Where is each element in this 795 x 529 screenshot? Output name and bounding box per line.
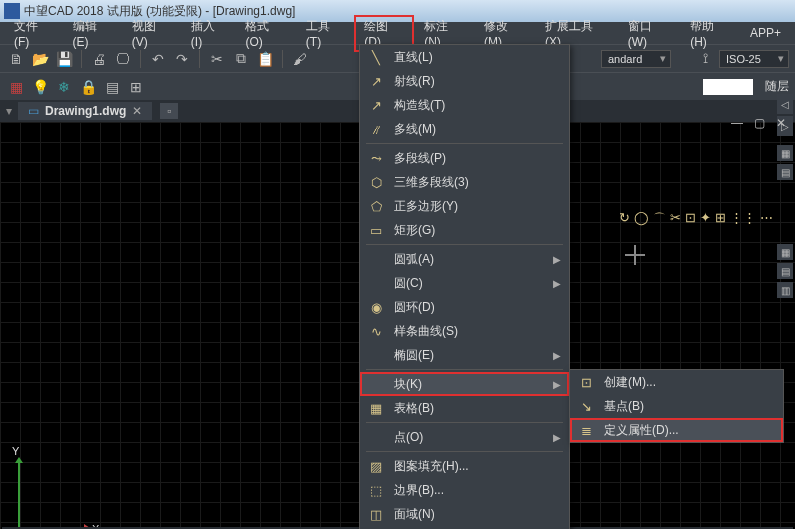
trim-icon[interactable]: ✂	[670, 210, 681, 228]
submenu-create[interactable]: ⊡创建(M)...	[570, 370, 783, 394]
freeze-icon[interactable]: ❄	[54, 77, 74, 97]
menu-app[interactable]: APP+	[740, 23, 791, 43]
spline-icon: ∿	[368, 323, 384, 339]
polygon-icon: ⬠	[368, 198, 384, 214]
menu-insert[interactable]: 插入(I)	[181, 15, 236, 52]
menu-ellipse[interactable]: 椭圆(E)▶	[360, 343, 569, 367]
copy-icon[interactable]: ⧉	[231, 49, 251, 69]
menu-arc[interactable]: 圆弧(A)▶	[360, 247, 569, 271]
save-icon[interactable]: 💾	[54, 49, 74, 69]
pline3d-icon: ⬡	[368, 174, 384, 190]
panel-left-icon[interactable]: ◁	[777, 94, 793, 114]
menu-donut[interactable]: ◉圆环(D)	[360, 295, 569, 319]
misc-icon-2[interactable]: ✦	[700, 210, 711, 228]
right-tool-palette-1: ▦ ▤	[777, 145, 793, 180]
menu-pline[interactable]: ⤳多段线(P)	[360, 146, 569, 170]
iso-dropdown[interactable]: ISO-25	[719, 50, 789, 68]
menu-rect[interactable]: ▭矩形(G)	[360, 218, 569, 242]
menu-mline[interactable]: ⫽多线(M)	[360, 117, 569, 141]
menu-file[interactable]: 文件(F)	[4, 15, 63, 52]
dwg-icon: ▭	[28, 104, 39, 118]
pline-icon: ⤳	[368, 150, 384, 166]
arc-tool-icon[interactable]: ⌒	[653, 210, 666, 228]
menu-ray[interactable]: ↗射线(R)	[360, 69, 569, 93]
rotate-icon[interactable]: ↻	[619, 210, 630, 228]
palette2-icon-1[interactable]: ▦	[777, 244, 793, 260]
hatch-icon: ▨	[368, 458, 384, 474]
viewport-controls: — ▢ ✕	[729, 116, 789, 130]
array-icon[interactable]: ⋮⋮	[730, 210, 756, 228]
paste-icon[interactable]: 📋	[255, 49, 275, 69]
menu-tool[interactable]: 工具(T)	[296, 15, 355, 52]
right-tool-palette-2: ▦ ▤ ▥	[777, 244, 793, 298]
menu-table[interactable]: ▦表格(B)	[360, 396, 569, 420]
palette-icon-1[interactable]: ▦	[777, 145, 793, 161]
menu-pline3d[interactable]: ⬡三维多段线(3)	[360, 170, 569, 194]
restore-icon[interactable]: ▢	[751, 116, 767, 130]
style-dropdown[interactable]: andard	[601, 50, 671, 68]
axis-y	[18, 459, 20, 529]
lock-icon[interactable]: 🔒	[78, 77, 98, 97]
circle-tool-icon[interactable]: ◯	[634, 210, 649, 228]
layer-icon[interactable]: ▦	[6, 77, 26, 97]
base-icon: ↘	[578, 398, 594, 414]
tab-new-icon[interactable]: ▫	[160, 103, 178, 119]
submenu-arrow-icon: ▶	[553, 254, 561, 265]
submenu-defattr[interactable]: ≣定义属性(D)...	[570, 418, 783, 442]
print-icon[interactable]: 🖨	[89, 49, 109, 69]
draw-dropdown-menu: ╲直线(L) ↗射线(R) ↗构造线(T) ⫽多线(M) ⤳多段线(P) ⬡三维…	[359, 44, 570, 529]
menu-help[interactable]: 帮助(H)	[680, 15, 740, 52]
palette2-icon-2[interactable]: ▤	[777, 263, 793, 279]
minimize-icon[interactable]: —	[729, 116, 745, 130]
line-color-swatch[interactable]	[703, 79, 753, 95]
menu-boundary[interactable]: ⬚边界(B)...	[360, 478, 569, 502]
menu-block[interactable]: 块(K)▶	[360, 372, 569, 396]
region-icon: ◫	[368, 506, 384, 522]
menubar: 文件(F) 编辑(E) 视图(V) 插入(I) 格式(O) 工具(T) 绘图(D…	[0, 22, 795, 44]
submenu-arrow-icon: ▶	[553, 350, 561, 361]
grid-tool-icon[interactable]: ⊞	[715, 210, 726, 228]
menu-view[interactable]: 视图(V)	[122, 15, 181, 52]
tab-close-icon[interactable]: ✕	[132, 104, 142, 118]
new-icon[interactable]: 🗎	[6, 49, 26, 69]
block-submenu: ⊡创建(M)... ↘基点(B) ≣定义属性(D)...	[569, 369, 784, 443]
menu-xline[interactable]: ↗构造线(T)	[360, 93, 569, 117]
undo-icon[interactable]: ↶	[148, 49, 168, 69]
arc-icon	[368, 251, 384, 267]
menu-polygon[interactable]: ⬠正多边形(Y)	[360, 194, 569, 218]
menu-window[interactable]: 窗口(W)	[618, 15, 680, 52]
menu-region[interactable]: ◫面域(N)	[360, 502, 569, 526]
tab-chevron-icon[interactable]: ▾	[6, 104, 12, 118]
menu-line[interactable]: ╲直线(L)	[360, 45, 569, 69]
palette-icon-2[interactable]: ▤	[777, 164, 793, 180]
line-icon: ╲	[368, 49, 384, 65]
menu-point[interactable]: 点(O)▶	[360, 425, 569, 449]
open-icon[interactable]: 📂	[30, 49, 50, 69]
match-icon[interactable]: 🖌	[290, 49, 310, 69]
close-icon[interactable]: ✕	[773, 116, 789, 130]
menu-edit[interactable]: 编辑(E)	[63, 15, 122, 52]
menu-circle[interactable]: 圆(C)▶	[360, 271, 569, 295]
ellipse-icon	[368, 347, 384, 363]
modify-toolbar: ↻ ◯ ⌒ ✂ ⊡ ✦ ⊞ ⋮⋮ ⋯	[619, 210, 773, 228]
grid-icon[interactable]: ▤	[102, 77, 122, 97]
rect-icon: ▭	[368, 222, 384, 238]
menu-format[interactable]: 格式(O)	[235, 15, 295, 52]
preview-icon[interactable]: 🖵	[113, 49, 133, 69]
menu-hatch[interactable]: ▨图案填充(H)...	[360, 454, 569, 478]
redo-icon[interactable]: ↷	[172, 49, 192, 69]
bulb-icon[interactable]: 💡	[30, 77, 50, 97]
palette2-icon-3[interactable]: ▥	[777, 282, 793, 298]
document-tab[interactable]: ▭ Drawing1.dwg ✕	[18, 102, 152, 120]
dim-icon[interactable]: ⟟	[695, 49, 715, 69]
misc-icon-1[interactable]: ⊡	[685, 210, 696, 228]
more-icon[interactable]: ⋯	[760, 210, 773, 228]
submenu-arrow-icon: ▶	[553, 379, 561, 390]
block-icon	[368, 376, 384, 392]
menu-spline[interactable]: ∿样条曲线(S)	[360, 319, 569, 343]
cut-icon[interactable]: ✂	[207, 49, 227, 69]
create-icon: ⊡	[578, 374, 594, 390]
mline-icon: ⫽	[368, 121, 384, 137]
ortho-icon[interactable]: ⊞	[126, 77, 146, 97]
submenu-base[interactable]: ↘基点(B)	[570, 394, 783, 418]
